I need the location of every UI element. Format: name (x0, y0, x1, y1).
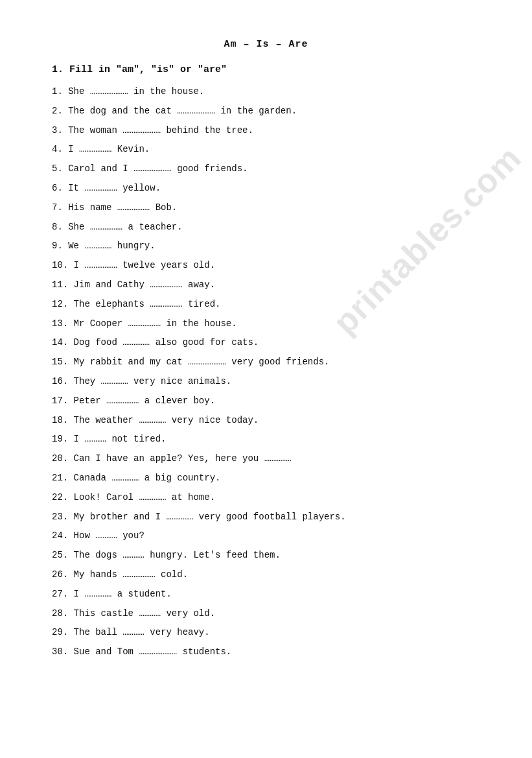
list-item: 9. We …………… hungry. (52, 239, 480, 254)
list-item: 12. The elephants ……………… tired. (52, 297, 480, 313)
list-item: 13. Mr Cooper ……………… in the house. (52, 316, 480, 332)
list-item: 11. Jim and Cathy ……………… away. (52, 278, 480, 293)
list-item: 30. Sue and Tom ………………… students. (52, 645, 480, 660)
section-heading: 1. Fill in "am", "is" or "are" (52, 64, 480, 75)
list-item: 6. It ……………… yellow. (52, 181, 480, 196)
list-item: 18. The weather …………… very nice today. (52, 413, 480, 429)
list-item: 22. Look! Carol …………… at home. (52, 490, 480, 506)
list-item: 1. She ………………… in the house. (52, 84, 480, 100)
list-item: 24. How ………… you? (52, 528, 480, 544)
exercise-list: 1. She ………………… in the house.2. The dog a… (52, 84, 480, 660)
page-title: Am – Is – Are (52, 39, 480, 50)
list-item: 15. My rabbit and my cat ………………… very go… (52, 355, 480, 370)
list-item: 21. Canada …………… a big country. (52, 471, 480, 486)
list-item: 29. The ball ………… very heavy. (52, 625, 480, 641)
list-item: 26. My hands ……………… cold. (52, 567, 480, 583)
list-item: 8. She ……………… a teacher. (52, 220, 480, 235)
list-item: 23. My brother and I …………… very good foo… (52, 510, 480, 525)
list-item: 7. His name ……………… Bob. (52, 200, 480, 216)
list-item: 4. I ……………… Kevin. (52, 142, 480, 158)
list-item: 19. I ………… not tired. (52, 432, 480, 447)
list-item: 20. Can I have an apple? Yes, here you …… (52, 451, 480, 467)
list-item: 28. This castle ………… very old. (52, 606, 480, 622)
list-item: 17. Peter ……………… a clever boy. (52, 394, 480, 409)
list-item: 14. Dog food …………… also good for cats. (52, 335, 480, 351)
list-item: 3. The woman ………………… behind the tree. (52, 123, 480, 139)
list-item: 16. They …………… very nice animals. (52, 374, 480, 390)
list-item: 10. I ……………… twelve years old. (52, 258, 480, 274)
list-item: 25. The dogs ………… hungry. Let's feed the… (52, 548, 480, 563)
list-item: 27. I …………… a student. (52, 587, 480, 602)
page: printables.com Am – Is – Are 1. Fill in … (0, 0, 532, 703)
list-item: 5. Carol and I ………………… good friends. (52, 161, 480, 177)
list-item: 2. The dog and the cat ………………… in the ga… (52, 104, 480, 119)
